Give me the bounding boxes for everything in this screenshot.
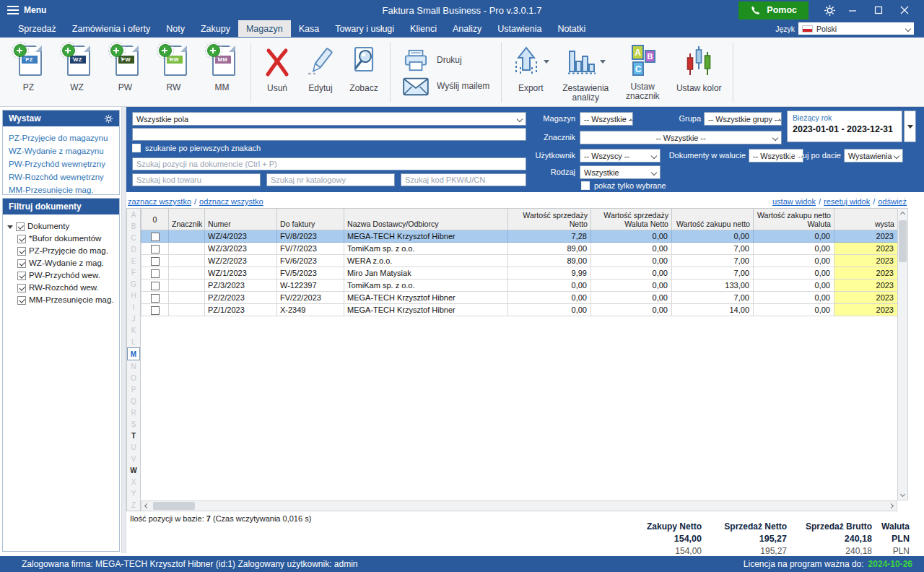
alphabet-letter[interactable]: D: [127, 243, 140, 255]
select-all-link[interactable]: zaznacz wszystko: [128, 197, 191, 206]
menu-button[interactable]: Menu: [24, 5, 46, 15]
help-button[interactable]: Pomoc: [738, 1, 808, 20]
search-field-select[interactable]: Wszystkie pola: [132, 112, 526, 126]
send-email-button[interactable]: Wyślij mailem: [402, 77, 489, 97]
column-header[interactable]: Znacznik: [169, 209, 205, 230]
search-input[interactable]: [132, 128, 526, 141]
alphabet-letter[interactable]: K: [127, 324, 140, 336]
refresh-link[interactable]: odśwież: [878, 197, 907, 206]
alphabet-letter[interactable]: U: [127, 441, 140, 453]
tree-item[interactable]: RW-Rozchód wew.: [17, 282, 118, 294]
alphabet-letter[interactable]: P: [127, 384, 140, 395]
alphabet-letter[interactable]: Q: [127, 395, 140, 407]
tree-checkbox[interactable]: [16, 222, 25, 231]
tree-item[interactable]: PZ-Przyjęcie do mag.: [17, 245, 118, 257]
alphabet-letter[interactable]: T: [127, 430, 140, 441]
row-checkbox[interactable]: [151, 245, 160, 254]
menu-tab[interactable]: Klienci: [402, 20, 445, 37]
date-range-box[interactable]: Bieżący rok 2023-01-01 - 2023-12-31: [787, 110, 902, 142]
row-checkbox[interactable]: [151, 306, 160, 315]
menu-tab[interactable]: Zamówienia i oferty: [64, 20, 158, 37]
wystaw-link[interactable]: MM-Przesunięcie mag.: [9, 183, 116, 196]
sidebar-splitter[interactable]: [121, 107, 126, 553]
menu-tab[interactable]: Analizy: [445, 20, 489, 37]
alphabet-letter[interactable]: X: [127, 476, 140, 488]
table-row[interactable]: WZ/3/2023 FV/7/2023 TomiKam sp. z o.o. 8…: [141, 243, 898, 255]
menu-tab[interactable]: Ustawienia: [489, 20, 549, 37]
alphabet-letter[interactable]: R: [127, 407, 140, 418]
alphabet-letter[interactable]: B: [127, 220, 140, 232]
alphabet-letter[interactable]: O: [127, 372, 140, 384]
column-header[interactable]: Wartość zakupu netto: [672, 209, 754, 230]
wystaw-link[interactable]: RW-Rozchód wewnętrzny: [9, 170, 116, 183]
menu-tab[interactable]: Sprzedaż: [10, 20, 64, 37]
alphabet-letter[interactable]: G: [127, 278, 140, 290]
tree-root-dokumenty[interactable]: Dokumenty: [7, 220, 118, 233]
print-button[interactable]: Drukuj: [402, 49, 489, 72]
alphabet-letter[interactable]: E: [127, 255, 140, 266]
new-document-button[interactable]: MM MM: [198, 41, 246, 104]
edit-button[interactable]: Edytuj: [299, 41, 342, 104]
reset-view-link[interactable]: resetuj widok: [824, 197, 870, 206]
wystaw-link[interactable]: PZ-Przyjęcie do magazynu: [9, 131, 116, 144]
scroll-right-button[interactable]: [886, 501, 897, 511]
first-chars-checkbox[interactable]: [132, 144, 141, 152]
tree-checkbox[interactable]: [17, 296, 26, 305]
search-catalog-number-input[interactable]: [266, 173, 395, 186]
menu-tab[interactable]: Magazyn: [238, 20, 291, 37]
alphabet-letter[interactable]: N: [127, 360, 140, 372]
row-checkbox[interactable]: [151, 269, 160, 278]
date-range-caret-button[interactable]: [904, 110, 916, 142]
tree-item[interactable]: MM-Przesunięcie mag.: [17, 294, 118, 306]
scroll-down-button[interactable]: [897, 489, 908, 500]
wystaw-link[interactable]: PW-Przychód wewnętrzny: [9, 157, 116, 170]
language-select[interactable]: Polski: [798, 22, 914, 35]
alphabet-letter[interactable]: S: [127, 418, 140, 430]
horizontal-scrollbar[interactable]: [141, 500, 897, 511]
filtruj-po-dacie-select[interactable]: Wystawienia: [844, 149, 903, 162]
alphabet-letter[interactable]: A: [127, 209, 140, 220]
new-document-button[interactable]: PW PW: [101, 41, 149, 104]
alphabet-letter[interactable]: H: [127, 290, 140, 301]
column-header[interactable]: 0: [141, 209, 169, 230]
scroll-up-button[interactable]: [897, 209, 908, 220]
scroll-left-button[interactable]: [141, 501, 152, 511]
table-row[interactable]: WZ/1/2023 FV/5/2023 Miro Jan Matysiak 9,…: [141, 267, 898, 280]
tree-expander-icon[interactable]: [7, 225, 13, 229]
set-marker-button[interactable]: A B C Ustaw znacznik: [616, 41, 669, 104]
alphabet-letter[interactable]: F: [127, 266, 140, 278]
tree-checkbox[interactable]: [17, 247, 26, 256]
alphabet-letter[interactable]: Z: [127, 499, 140, 511]
row-checkbox[interactable]: [151, 257, 160, 266]
alphabet-letter[interactable]: W: [127, 464, 140, 476]
column-header[interactable]: wysta: [834, 209, 898, 230]
vertical-scroll-thumb[interactable]: [899, 220, 907, 262]
search-product-code-input[interactable]: [132, 173, 261, 186]
tree-checkbox[interactable]: [17, 235, 26, 243]
export-button[interactable]: Export: [506, 41, 555, 104]
deselect-all-link[interactable]: odznacz wszystko: [199, 197, 263, 206]
tree-item[interactable]: WZ-Wydanie z mag.: [17, 257, 118, 269]
tree-checkbox[interactable]: [17, 272, 26, 280]
table-row[interactable]: PZ/2/2023 FV/22/2023 MEGA-TECH Krzysztof…: [141, 292, 898, 304]
tree-item[interactable]: PW-Przychód wew.: [17, 269, 118, 282]
menu-tab[interactable]: Towary i usługi: [327, 20, 402, 37]
row-checkbox[interactable]: [151, 282, 160, 290]
tree-checkbox[interactable]: [17, 259, 26, 268]
reports-button[interactable]: Zestawienia analizy: [555, 41, 616, 104]
new-document-button[interactable]: PZ PZ: [4, 41, 53, 104]
set-view-link[interactable]: ustaw widok: [772, 197, 816, 206]
menu-tab[interactable]: Kasa: [291, 20, 328, 37]
alphabet-letter[interactable]: V: [127, 453, 140, 464]
menu-tab[interactable]: Noty: [158, 20, 193, 37]
znacznik-select[interactable]: -- Wszystkie --: [580, 131, 782, 144]
panel-gear-icon[interactable]: [104, 114, 113, 124]
alphabet-letter[interactable]: C: [127, 232, 140, 243]
row-checkbox[interactable]: [151, 233, 160, 241]
new-document-button[interactable]: RW RW: [149, 41, 198, 104]
delete-button[interactable]: Usuń: [256, 41, 299, 104]
rodzaj-select[interactable]: Wszystkie: [580, 165, 661, 179]
table-row[interactable]: PZ/1/2023 X-2349 MEGA-TECH Krzysztof Hib…: [141, 304, 898, 316]
tree-checkbox[interactable]: [17, 284, 26, 292]
search-document-items-input[interactable]: [132, 157, 526, 170]
